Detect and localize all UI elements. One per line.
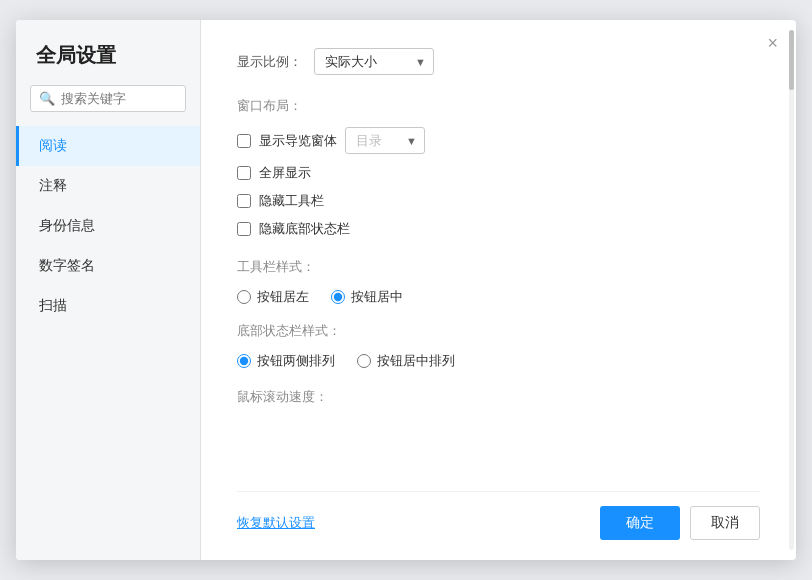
scrollbar-track[interactable] xyxy=(789,30,794,550)
toolbar-center-radio[interactable] xyxy=(331,290,345,304)
toolbar-left-option[interactable]: 按钮居左 xyxy=(237,288,309,306)
sidebar: 全局设置 🔍 阅读 注释 身份信息 数字签名 扫描 xyxy=(16,20,201,560)
sidebar-item-identity[interactable]: 身份信息 xyxy=(16,206,200,246)
show-browser-label[interactable]: 显示导览窗体 xyxy=(259,132,337,150)
hide-toolbar-checkbox[interactable] xyxy=(237,194,251,208)
display-ratio-label: 显示比例： xyxy=(237,53,302,71)
search-icon: 🔍 xyxy=(39,91,55,106)
toolbar-center-label: 按钮居中 xyxy=(351,288,403,306)
toolbar-left-radio[interactable] xyxy=(237,290,251,304)
statusbar-style-group: 按钮两侧排列 按钮居中排列 xyxy=(237,352,760,370)
close-button[interactable]: × xyxy=(767,34,778,52)
cancel-button[interactable]: 取消 xyxy=(690,506,760,540)
toolbar-style-label: 工具栏样式： xyxy=(237,258,760,276)
toolbar-left-label: 按钮居左 xyxy=(257,288,309,306)
dialog: 全局设置 🔍 阅读 注释 身份信息 数字签名 扫描 × 显示比例： 实际大小 适… xyxy=(16,20,796,560)
reset-button[interactable]: 恢复默认设置 xyxy=(237,514,315,532)
show-browser-row: 显示导览窗体 目录 书签 缩略图 ▼ xyxy=(237,127,760,154)
search-input[interactable] xyxy=(61,91,177,106)
statusbar-style-label: 底部状态栏样式： xyxy=(237,322,760,340)
hide-statusbar-row: 隐藏底部状态栏 xyxy=(237,220,760,238)
dialog-title: 全局设置 xyxy=(16,20,200,85)
window-layout-label: 窗口布局： xyxy=(237,97,760,115)
fullscreen-row: 全屏显示 xyxy=(237,164,760,182)
sidebar-item-signature[interactable]: 数字签名 xyxy=(16,246,200,286)
scrollbar-thumb[interactable] xyxy=(789,30,794,90)
button-group: 确定 取消 xyxy=(600,506,760,540)
browser-select-wrapper: 目录 书签 缩略图 ▼ xyxy=(345,127,425,154)
hide-statusbar-label[interactable]: 隐藏底部状态栏 xyxy=(259,220,350,238)
toolbar-center-option[interactable]: 按钮居中 xyxy=(331,288,403,306)
confirm-button[interactable]: 确定 xyxy=(600,506,680,540)
browser-select[interactable]: 目录 书签 缩略图 xyxy=(345,127,425,154)
statusbar-both-option[interactable]: 按钮两侧排列 xyxy=(237,352,335,370)
toolbar-style-group: 按钮居左 按钮居中 xyxy=(237,288,760,306)
statusbar-center-option[interactable]: 按钮居中排列 xyxy=(357,352,455,370)
hide-toolbar-row: 隐藏工具栏 xyxy=(237,192,760,210)
show-browser-checkbox[interactable] xyxy=(237,134,251,148)
statusbar-center-label: 按钮居中排列 xyxy=(377,352,455,370)
sidebar-item-reading[interactable]: 阅读 xyxy=(16,126,200,166)
scroll-speed-label: 鼠标滚动速度： xyxy=(237,388,760,406)
display-ratio-select[interactable]: 实际大小 适合窗口 适合宽度 75% 100% 125% 150% xyxy=(314,48,434,75)
sidebar-item-scan[interactable]: 扫描 xyxy=(16,286,200,326)
fullscreen-checkbox[interactable] xyxy=(237,166,251,180)
hide-toolbar-label[interactable]: 隐藏工具栏 xyxy=(259,192,324,210)
display-ratio-select-wrapper: 实际大小 适合窗口 适合宽度 75% 100% 125% 150% ▼ xyxy=(314,48,434,75)
statusbar-center-radio[interactable] xyxy=(357,354,371,368)
sidebar-item-annotation[interactable]: 注释 xyxy=(16,166,200,206)
hide-statusbar-checkbox[interactable] xyxy=(237,222,251,236)
statusbar-both-label: 按钮两侧排列 xyxy=(257,352,335,370)
search-box[interactable]: 🔍 xyxy=(30,85,186,112)
display-ratio-row: 显示比例： 实际大小 适合窗口 适合宽度 75% 100% 125% 150% … xyxy=(237,48,760,75)
statusbar-both-radio[interactable] xyxy=(237,354,251,368)
footer: 恢复默认设置 确定 取消 xyxy=(237,491,760,540)
fullscreen-label[interactable]: 全屏显示 xyxy=(259,164,311,182)
content-area: × 显示比例： 实际大小 适合窗口 适合宽度 75% 100% 125% 150… xyxy=(201,20,796,560)
